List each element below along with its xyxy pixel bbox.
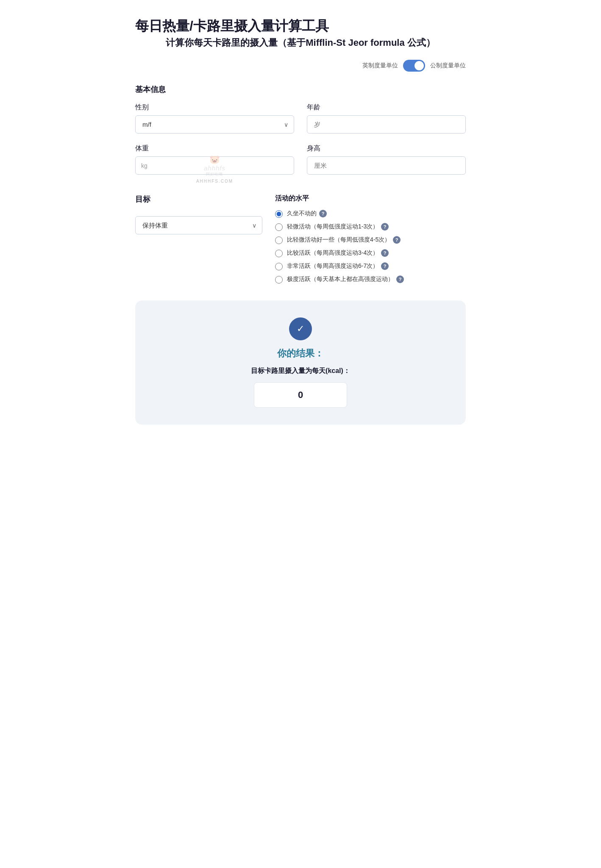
weight-input-wrapper: kg 🐷 ahhhfs 阿好吃喝 (135, 156, 294, 175)
activity-label-moderate: 比轻微活动好一些（每周低强度4-5次） ? (287, 235, 401, 244)
height-input[interactable] (307, 156, 466, 175)
weight-group: 体重 kg 🐷 ahhhfs 阿好吃喝 AHHHFS.COM (135, 144, 294, 184)
unit-label-left: 英制度量单位 (362, 62, 398, 70)
page-title: 每日热量/卡路里摄入量计算工具 (135, 17, 466, 36)
activity-item-moderate: 比轻微活动好一些（每周低强度4-5次） ? (275, 235, 466, 244)
age-input[interactable] (307, 115, 466, 134)
activity-label-active: 比较活跃（每周高强度运动3-4次） ? (287, 248, 389, 257)
results-section: ✓ 你的结果： 目标卡路里摄入量为每天(kcal)： 0 (135, 300, 466, 425)
activity-item-sedentary: 久坐不动的 ? (275, 209, 466, 218)
toggle-slider (403, 60, 425, 72)
unit-label-right: 公制度量单位 (430, 62, 466, 70)
gender-age-row: 性别 m/f 男 女 年龄 (135, 103, 466, 134)
basic-info-label: 基本信息 (135, 84, 466, 95)
activity-radio-very-active[interactable] (275, 263, 283, 270)
unit-toggle-switch[interactable] (403, 60, 425, 72)
help-icon-moderate[interactable]: ? (393, 236, 401, 244)
help-icon-active[interactable]: ? (381, 249, 389, 257)
gender-select[interactable]: m/f 男 女 (135, 115, 294, 134)
help-icon-extra-active[interactable]: ? (396, 275, 404, 283)
activity-radio-active[interactable] (275, 250, 283, 257)
activity-label-extra-active: 极度活跃（每天基本上都在高强度运动） ? (287, 275, 404, 284)
activity-label: 活动的水平 (275, 194, 466, 203)
height-group: 身高 (307, 144, 466, 184)
activity-label-very-active: 非常活跃（每周高强度运动6-7次） ? (287, 262, 389, 270)
result-value: 0 (254, 382, 347, 408)
activity-item-extra-active: 极度活跃（每天基本上都在高强度运动） ? (275, 275, 466, 284)
unit-toggle-row: 英制度量单位 公制度量单位 (135, 60, 466, 72)
result-label: 目标卡路里摄入量为每天(kcal)： (251, 367, 350, 376)
activity-radio-group: 久坐不动的 ? 轻微活动（每周低强度运动1-3次） ? 比轻微活动好一些（每周低… (275, 209, 466, 284)
activity-item-light: 轻微活动（每周低强度运动1-3次） ? (275, 222, 466, 231)
goal-label: 目标 (135, 194, 262, 204)
activity-item-very-active: 非常活跃（每周高强度运动6-7次） ? (275, 262, 466, 270)
help-icon-very-active[interactable]: ? (381, 262, 389, 270)
weight-input[interactable] (135, 156, 294, 175)
gender-select-wrapper: m/f 男 女 (135, 115, 294, 134)
age-group: 年龄 (307, 103, 466, 134)
height-label: 身高 (307, 144, 466, 153)
watermark-url: AHHHFS.COM (135, 179, 294, 184)
section-subtitle: 计算你每天卡路里的摄入量（基于Mifflin-St Jeor formula 公… (135, 36, 466, 50)
activity-section: 活动的水平 久坐不动的 ? 轻微活动（每周低强度运动1-3次） ? 比 (275, 194, 466, 284)
activity-radio-light[interactable] (275, 223, 283, 231)
activity-radio-moderate[interactable] (275, 236, 283, 244)
gender-group: 性别 m/f 男 女 (135, 103, 294, 134)
result-checkmark: ✓ (297, 323, 304, 334)
activity-label-sedentary: 久坐不动的 ? (287, 209, 327, 218)
goal-activity-section: 目标 保持体重 减重 增重 活动的水平 久坐不动的 ? 轻微活动（每周低强度运 (135, 194, 466, 284)
activity-item-active: 比较活跃（每周高强度运动3-4次） ? (275, 248, 466, 257)
gender-label: 性别 (135, 103, 294, 112)
weight-label: 体重 (135, 144, 294, 153)
activity-radio-extra-active[interactable] (275, 276, 283, 284)
weight-height-row: 体重 kg 🐷 ahhhfs 阿好吃喝 AHHHFS.COM 身高 (135, 144, 466, 184)
goal-section: 目标 保持体重 减重 增重 (135, 194, 262, 284)
activity-label-light: 轻微活动（每周低强度运动1-3次） ? (287, 222, 389, 231)
activity-radio-sedentary[interactable] (275, 210, 283, 218)
goal-select[interactable]: 保持体重 减重 增重 (135, 216, 262, 234)
result-icon: ✓ (289, 317, 312, 340)
help-icon-sedentary[interactable]: ? (319, 210, 327, 217)
age-label: 年龄 (307, 103, 466, 112)
result-title: 你的结果： (277, 347, 324, 360)
help-icon-light[interactable]: ? (381, 223, 389, 231)
goal-select-wrapper: 保持体重 减重 增重 (135, 216, 262, 234)
